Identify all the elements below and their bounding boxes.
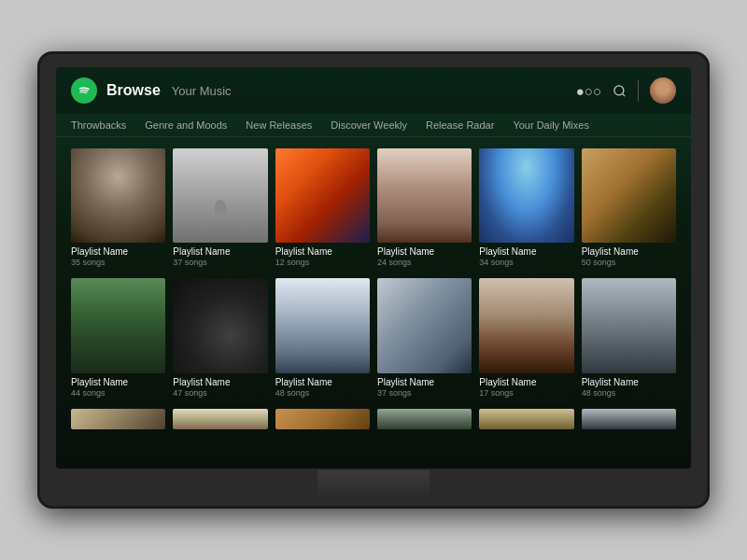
playlist-songs: 44 songs [71, 388, 165, 398]
playlist-card[interactable]: Playlist Name 35 songs [71, 148, 165, 267]
playlist-thumbnail [71, 278, 165, 372]
playlist-songs: 48 songs [275, 388, 370, 398]
playlist-name: Playlist Name [377, 377, 472, 387]
playlist-name: Playlist Name [479, 246, 573, 257]
playlist-grid-row2: Playlist Name 44 songs Playlist Name 47 … [56, 278, 691, 408]
browse-label: Browse [106, 82, 161, 99]
avatar[interactable] [650, 77, 676, 104]
playlist-songs: 50 songs [582, 258, 676, 267]
playlist-thumbnail-partial [275, 409, 370, 429]
playlist-partial-row [56, 409, 691, 437]
playlist-card[interactable]: Playlist Name 44 songs [71, 278, 165, 397]
playlist-thumbnail [479, 278, 573, 372]
tab-daily-mixes[interactable]: Your Daily Mixes [513, 119, 589, 131]
svg-line-2 [622, 93, 625, 96]
playlist-name: Playlist Name [275, 246, 370, 257]
playlist-thumbnail [582, 148, 676, 243]
playlist-songs: 48 songs [582, 388, 676, 398]
playlist-songs: 37 songs [173, 258, 267, 267]
playlist-thumbnail-partial [377, 409, 472, 429]
playlist-thumbnail [582, 278, 676, 372]
playlist-card[interactable]: Playlist Name 34 songs [479, 148, 573, 267]
playlist-card[interactable]: Playlist Name 48 songs [582, 278, 676, 397]
header-right: ●○○ [576, 77, 676, 104]
tab-new-releases[interactable]: New Releases [246, 119, 312, 131]
playlist-songs: 24 songs [377, 258, 472, 267]
playlist-thumbnail [377, 278, 472, 372]
nav-tabs: Throwbacks Genre and Moods New Releases … [56, 114, 691, 137]
header-divider [638, 80, 639, 101]
playlist-name: Playlist Name [71, 246, 165, 257]
tab-genre-moods[interactable]: Genre and Moods [145, 119, 227, 131]
playlist-songs: 17 songs [479, 388, 573, 398]
playlist-card[interactable]: Playlist Name 48 songs [275, 278, 370, 397]
playlist-card[interactable]: Playlist Name 12 songs [275, 148, 370, 267]
playlist-thumbnail-partial [582, 409, 676, 429]
playlist-name: Playlist Name [173, 377, 267, 387]
tv-frame: Browse Your Music ●○○ Throwbacks Genre a… [37, 51, 710, 509]
playlist-name: Playlist Name [377, 246, 472, 257]
header: Browse Your Music ●○○ [56, 67, 691, 114]
playlist-songs: 12 songs [275, 258, 370, 267]
playlist-thumbnail [173, 148, 267, 243]
playlist-card[interactable]: Playlist Name 37 songs [377, 278, 472, 397]
svg-point-1 [614, 85, 624, 94]
playlist-songs: 47 songs [173, 388, 267, 398]
playlist-thumbnail [173, 278, 267, 372]
playlist-thumbnail [479, 148, 573, 243]
playlist-thumbnail-partial [71, 409, 165, 429]
tv-screen: Browse Your Music ●○○ Throwbacks Genre a… [56, 67, 691, 469]
spotify-logo [71, 77, 97, 104]
search-icon-svg[interactable] [613, 84, 627, 98]
playlist-thumbnail-partial [479, 409, 573, 429]
tv-stand [317, 470, 430, 498]
tab-release-radar[interactable]: Release Radar [426, 119, 494, 131]
playlist-card[interactable]: Playlist Name 17 songs [479, 278, 573, 397]
playlist-thumbnail [377, 148, 472, 243]
playlist-songs: 37 songs [377, 388, 472, 398]
playlist-thumbnail [275, 148, 370, 243]
playlist-thumbnail-partial [173, 409, 267, 429]
playlist-card[interactable]: Playlist Name 24 songs [377, 148, 472, 267]
your-music-label: Your Music [172, 84, 232, 98]
playlist-card[interactable]: Playlist Name 50 songs [582, 148, 676, 267]
avatar-image [650, 77, 676, 104]
playlist-name: Playlist Name [275, 377, 370, 387]
playlist-name: Playlist Name [479, 377, 573, 387]
playlist-name: Playlist Name [173, 246, 267, 257]
tab-discover-weekly[interactable]: Discover Weekly [331, 119, 407, 131]
playlist-thumbnail [275, 278, 370, 372]
playlist-songs: 34 songs [479, 258, 573, 267]
playlist-name: Playlist Name [582, 246, 676, 257]
tab-throwbacks[interactable]: Throwbacks [71, 119, 126, 131]
playlist-name: Playlist Name [582, 377, 676, 387]
playlist-card[interactable]: Playlist Name 47 songs [173, 278, 267, 397]
playlist-grid-row1: Playlist Name 35 songs Playlist Name 37 … [56, 137, 691, 278]
playlist-thumbnail [71, 148, 165, 243]
playlist-card[interactable]: Playlist Name 37 songs [173, 148, 267, 267]
playlist-songs: 35 songs [71, 258, 165, 267]
search-icon[interactable]: ●○○ [576, 83, 601, 99]
playlist-name: Playlist Name [71, 377, 165, 387]
